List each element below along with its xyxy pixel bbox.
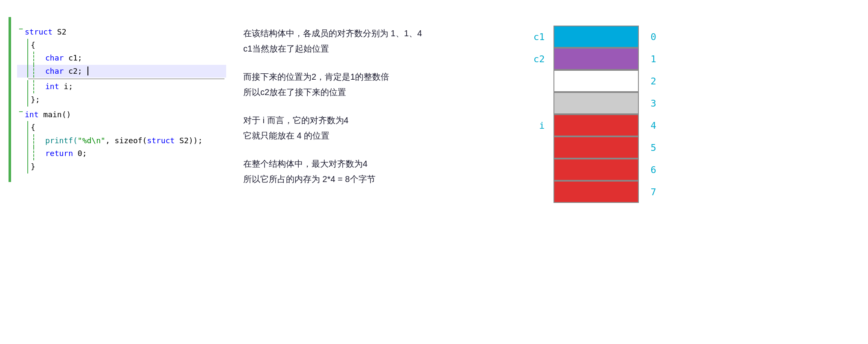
explanation-line-4-1: 在整个结构体中，最大对齐数为4 [243,156,508,171]
explanation-panel: 在该结构体中，各成员的对齐数分别为 1、1、4 c1当然放在了起始位置 而接下来… [230,17,521,208]
underline-bar [28,78,224,79]
memory-labels-left: c1 c2 i [533,26,545,203]
explanation-block-4: 在整个结构体中，最大对齐数为4 所以它所占的内存为 2*4 = 8个字节 [243,156,508,187]
mem-cell-7 [553,181,639,203]
mem-index-1: 1 [647,48,656,70]
code-line-return: return 0; [17,147,226,160]
indent-line-6 [27,121,28,134]
indent-dashed-4 [33,134,34,147]
code-line-close1: }; [17,93,226,107]
code-text-char-c1: char c1; [37,52,226,65]
explanation-line-2-2: 所以c2放在了接下来的位置 [243,84,508,100]
indent-line-7 [27,134,28,147]
explanation-line-1-2: c1当然放在了起始位置 [243,41,508,56]
mem-index-2: 2 [647,70,656,92]
memory-cells [553,26,639,203]
indent-line-3 [27,65,28,78]
code-line-struct-s2: − struct S2 [17,26,226,39]
code-text-brace1: { [31,39,226,52]
indent-dashed-5 [33,147,34,160]
explanation-line-3-1: 对于 i 而言，它的对齐数为4 [243,113,508,128]
mem-index-3: 3 [647,92,656,114]
mem-label-i: i [539,114,545,136]
code-line-int-i: int i; [17,80,226,93]
memory-labels-right: 0 1 2 3 4 5 6 7 [647,26,656,203]
code-text-brace2: { [31,121,226,134]
code-line-char-c1: char c1; [17,52,226,65]
indent-line-5 [27,93,28,107]
mem-cell-0 [553,26,639,48]
explanation-line-1-1: 在该结构体中，各成员的对齐数分别为 1、1、4 [243,26,508,41]
indent-line-2 [27,52,28,65]
code-line-int-main: − int main() [17,108,226,121]
mem-index-7: 7 [647,181,656,203]
code-line-close2: } [17,160,226,173]
mem-cell-6 [553,159,639,181]
code-text-int-i: int i; [37,80,226,93]
mem-index-5: 5 [647,136,656,159]
mem-cell-2 [553,70,639,92]
explanation-block-3: 对于 i 而言，它的对齐数为4 它就只能放在 4 的位置 [243,113,508,143]
code-text-return: return 0; [37,147,226,160]
mem-index-6: 6 [647,159,656,181]
explanation-line-3-2: 它就只能放在 4 的位置 [243,128,508,143]
code-text-char-c2: char c2; [37,65,226,78]
indent-line-9 [27,160,28,173]
mem-label-c1: c1 [533,26,545,48]
explanation-block-1: 在该结构体中，各成员的对齐数分别为 1、1、4 c1当然放在了起始位置 [243,26,508,56]
mem-cell-5 [553,136,639,159]
left-border [9,17,11,182]
mem-index-4: 4 [647,114,656,136]
indent-line-4 [27,80,28,93]
gutter-minus-1: − [17,26,25,32]
indent-dashed-3 [33,80,34,93]
code-line-open1: { [17,39,226,52]
indent-line-8 [27,147,28,160]
indent-line-1 [27,39,28,52]
code-text-int-main: int main() [25,108,226,121]
mem-cell-1 [553,48,639,70]
mem-cell-3 [553,92,639,114]
explanation-block-2: 而接下来的位置为2，肯定是1的整数倍 所以c2放在了接下来的位置 [243,69,508,100]
memory-panel: c1 c2 i 0 1 2 3 4 5 6 7 [521,17,859,211]
indent-dashed-2 [33,65,34,78]
code-text-close1: }; [31,93,226,107]
code-line-char-c2: char c2; [17,65,226,78]
mem-index-0: 0 [647,26,656,48]
code-line-printf: printf("%d\n", sizeof(struct S2)); [17,134,226,147]
mem-cell-4 [553,114,639,136]
mem-label-c2: c2 [533,48,545,70]
explanation-line-4-2: 所以它所占的内存为 2*4 = 8个字节 [243,171,508,187]
text-cursor [83,66,88,75]
code-text-close2: } [31,160,226,173]
indent-dashed-1 [33,52,34,65]
code-panel: − struct S2 { char c1; char c2; int i; }… [9,17,230,182]
code-text-struct: struct S2 [25,26,226,39]
gutter-minus-2: − [17,108,25,115]
code-text-printf: printf("%d\n", sizeof(struct S2)); [37,134,226,147]
explanation-line-2-1: 而接下来的位置为2，肯定是1的整数倍 [243,69,508,84]
code-line-open2: { [17,121,226,134]
